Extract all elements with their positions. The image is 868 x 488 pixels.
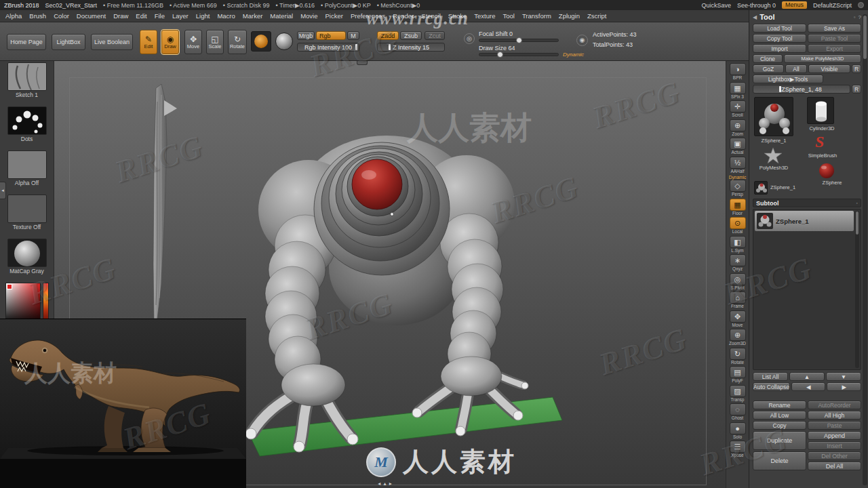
menu-stroke[interactable]: Stroke [448, 12, 467, 20]
tool-r-button[interactable]: R [852, 85, 861, 94]
paste-tool-button[interactable]: Paste Tool [808, 34, 861, 43]
subtool-item-zsphere1[interactable]: ZSphere_1 [755, 211, 854, 231]
default-zscript-button[interactable]: DefaultZScript [813, 2, 852, 9]
goz-all-button[interactable]: All [785, 64, 807, 73]
palette-circle-icon[interactable]: ◦ [854, 14, 856, 20]
strip-zoom-button[interactable]: ⊕ Zoom [728, 119, 748, 137]
insert-button[interactable]: Insert [808, 441, 861, 450]
subtool-next-button[interactable]: ▶ [827, 382, 861, 391]
del-other-button[interactable]: Del Other [808, 451, 861, 460]
canvas-top-handle[interactable] [357, 61, 368, 65]
strip-scroll-button[interactable]: ✛ Scroll [728, 100, 748, 118]
menu-light[interactable]: Light [196, 12, 210, 20]
scale-mode-button[interactable]: ◱ Scale [206, 30, 224, 54]
titlebar-gear-icon[interactable] [858, 2, 864, 8]
strip-aahalf-button[interactable]: ½ AAHalf [728, 157, 748, 174]
strip-transp-button[interactable]: ▨ Transp [728, 385, 748, 403]
home-page-button[interactable]: Home Page [7, 34, 46, 50]
strip-rotate3d-button[interactable]: ↻ Rotate [728, 348, 748, 365]
strip-spivot-button[interactable]: ◎ S.Pivot [728, 273, 748, 291]
menu-zplugin[interactable]: Zplugin [559, 12, 580, 20]
strip-qxyz-button[interactable]: ∗ Qxyz [728, 254, 748, 272]
see-through-slider[interactable]: See-through 0 [737, 2, 776, 9]
copy-tool-button[interactable]: Copy Tool [753, 34, 806, 43]
del-all-button[interactable]: Del All [808, 462, 861, 470]
texture-thumbnail[interactable]: Texture Off [7, 195, 47, 230]
menu-preferences[interactable]: Preferences [351, 12, 385, 20]
lightbox-button[interactable]: LightBox [52, 34, 85, 50]
menu-file[interactable]: File [155, 12, 165, 20]
tool-palette-header[interactable]: ◀ Tool ◦ ? [753, 12, 861, 22]
menu-brush[interactable]: Brush [29, 12, 46, 20]
zcut-button[interactable]: Zcut [425, 31, 445, 40]
strip-frame-button[interactable]: ⌂ Frame [728, 291, 748, 309]
canvas-zoom-handle[interactable]: ◂ ▴ ▸ [372, 480, 399, 487]
append-button[interactable]: Append [808, 431, 861, 440]
subtool-down-button[interactable]: ▼ [826, 372, 861, 381]
tool-palette-scrollbar[interactable] [863, 14, 867, 485]
menu-marker[interactable]: Marker [243, 12, 263, 20]
delete-button[interactable]: Delete [753, 451, 806, 470]
subtool-header[interactable]: Subtool ◦ [753, 199, 861, 207]
menu-edit[interactable]: Edit [136, 12, 146, 20]
palette-collapse-icon[interactable]: ◀ [753, 14, 757, 20]
menu-tool[interactable]: Tool [502, 12, 514, 20]
move-mode-button[interactable]: ✥ Move [184, 30, 202, 54]
matcap-thumbnail[interactable]: MatCap Gray [7, 239, 47, 274]
menu-material[interactable]: Material [270, 12, 293, 20]
strip-lsym-button[interactable]: ◧ L.Sym [728, 236, 748, 253]
menus-toggle[interactable]: Menus [782, 1, 807, 9]
list-all-button[interactable]: List All [753, 372, 788, 381]
strip-xpose-button[interactable]: ☰ Xpose [728, 441, 748, 458]
save-as-button[interactable]: Save As [808, 24, 861, 33]
zsphere-icon[interactable] [818, 162, 835, 180]
zsub-button[interactable]: Zsub [400, 31, 422, 40]
simplebrush-icon[interactable]: S [815, 134, 824, 150]
menu-color[interactable]: Color [54, 12, 69, 20]
rgb-button[interactable]: Rgb [316, 31, 346, 40]
mrgb-button[interactable]: Mrgb [297, 31, 315, 40]
menu-zscript[interactable]: Zscript [587, 12, 607, 20]
rename-button[interactable]: Rename [753, 401, 806, 409]
draw-mode-button[interactable]: ◉ Draw [161, 30, 179, 54]
make-polymesh3d-button[interactable]: Make PolyMesh3D [784, 54, 861, 63]
goz-visible-button[interactable]: Visible [808, 64, 850, 73]
strip-ghost-button[interactable]: ◌ Ghost [728, 403, 748, 421]
menu-layer[interactable]: Layer [172, 12, 189, 20]
menu-picker[interactable]: Picker [326, 12, 343, 20]
strip-solo-button[interactable]: ● Solo [728, 422, 748, 440]
live-boolean-button[interactable]: Live Boolean [91, 34, 133, 50]
z-intensity-slider[interactable]: Z Intensity 15 [377, 43, 445, 52]
duplicate-button[interactable]: Duplicate [753, 431, 806, 450]
menu-draw[interactable]: Draw [113, 12, 128, 20]
left-tray-handle[interactable]: ◂ [0, 182, 6, 199]
subtool-scrollbar[interactable] [855, 211, 859, 368]
strip-polyf-button[interactable]: ▤ PolyF [728, 366, 748, 384]
strip-move3d-button[interactable]: ✥ Move [728, 310, 748, 328]
zadd-button[interactable]: Zadd [377, 31, 399, 40]
strip-local-button[interactable]: ⊙ Local [728, 217, 748, 235]
subtool-up-button[interactable]: ▲ [789, 372, 825, 381]
autoreorder-button[interactable]: AutoReorder [808, 401, 861, 409]
import-button[interactable]: Import [753, 44, 806, 53]
quicksave-button[interactable]: QuickSave [701, 2, 731, 9]
stroke-thumbnail[interactable]: Sketch 1 [7, 62, 47, 98]
recent-tool-thumbnail[interactable] [754, 181, 768, 195]
stroke-type-thumbnail[interactable]: Dots [7, 106, 47, 142]
palette-help-icon[interactable]: ? [859, 14, 861, 20]
menu-render[interactable]: Render [393, 12, 414, 20]
current-material-thumbnail[interactable] [275, 33, 293, 50]
menu-texture[interactable]: Texture [474, 12, 495, 20]
strip-bpr-button[interactable]: ◑ BPR [728, 63, 748, 81]
paste-subtool-button[interactable]: Paste [808, 421, 861, 430]
auto-collapse-button[interactable]: Auto Collapse [753, 382, 790, 391]
all-low-button[interactable]: All Low [753, 411, 806, 420]
current-brush-thumbnail[interactable] [251, 31, 271, 52]
lightbox-tools-button[interactable]: Lightbox▶Tools [753, 75, 823, 83]
strip-floor-button[interactable]: ▦ Floor [728, 199, 748, 216]
active-tool-slider[interactable]: ZSphere_1, 48 [753, 85, 850, 94]
strip-persp-button[interactable]: Dynamic ◇ Persp [728, 175, 748, 197]
strip-spix-button[interactable]: ▦ SPix 3 [728, 82, 748, 100]
alpha-thumbnail[interactable]: Alpha Off [7, 150, 47, 186]
m-button[interactable]: M [347, 31, 359, 40]
